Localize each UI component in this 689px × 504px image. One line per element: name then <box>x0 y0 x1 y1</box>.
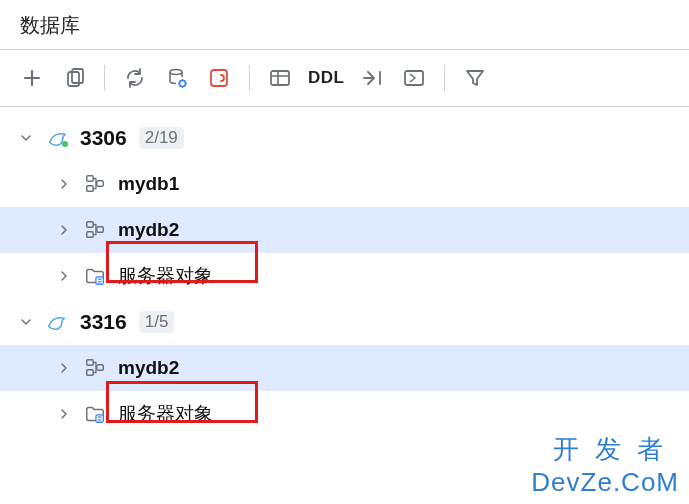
svg-point-11 <box>62 141 68 147</box>
schema-label: mydb2 <box>118 357 179 379</box>
watermark-line1: 开发者 <box>531 432 679 467</box>
folder-icon <box>82 403 108 425</box>
schema-node[interactable]: mydb2 <box>0 207 689 253</box>
refresh-button[interactable] <box>121 64 149 92</box>
schema-node[interactable]: mydb1 <box>0 161 689 207</box>
ddl-button[interactable]: DDL <box>308 68 344 88</box>
panel-title: 数据库 <box>0 0 689 49</box>
watermark: 开发者 DevZe.CoM <box>531 432 679 498</box>
connection-name: 3306 <box>80 126 127 150</box>
datasource-properties-button[interactable] <box>163 64 191 92</box>
schema-icon <box>82 173 108 195</box>
schema-count-badge: 2/19 <box>139 127 184 149</box>
toolbar: DDL <box>0 50 689 106</box>
chevron-right-icon[interactable] <box>56 176 72 192</box>
chevron-right-icon[interactable] <box>56 406 72 422</box>
folder-icon <box>82 265 108 287</box>
database-tool-window: 数据库 DDL 3306 2/19 mydb1 <box>0 0 689 437</box>
schema-node[interactable]: mydb2 <box>0 345 689 391</box>
toolbar-separator <box>249 65 250 91</box>
filter-button[interactable] <box>461 64 489 92</box>
connection-node[interactable]: 3316 1/5 <box>0 299 689 345</box>
database-tree[interactable]: 3306 2/19 mydb1 mydb2 服务器对象 3316 1/5 <box>0 107 689 437</box>
connection-node[interactable]: 3306 2/19 <box>0 115 689 161</box>
schema-count-badge: 1/5 <box>139 311 175 333</box>
jump-to-query-button[interactable] <box>358 64 386 92</box>
server-objects-label: 服务器对象 <box>118 263 213 289</box>
toolbar-separator <box>104 65 105 91</box>
schema-label: mydb1 <box>118 173 179 195</box>
mysql-icon <box>44 311 70 333</box>
watermark-line2: DevZe.CoM <box>531 467 679 498</box>
chevron-down-icon[interactable] <box>18 314 34 330</box>
table-view-button[interactable] <box>266 64 294 92</box>
mysql-icon <box>44 127 70 149</box>
schema-icon <box>82 357 108 379</box>
query-console-button[interactable] <box>400 64 428 92</box>
disconnect-button[interactable] <box>205 64 233 92</box>
toolbar-separator <box>444 65 445 91</box>
chevron-right-icon[interactable] <box>56 268 72 284</box>
server-objects-node[interactable]: 服务器对象 <box>0 391 689 437</box>
connection-name: 3316 <box>80 310 127 334</box>
server-objects-node[interactable]: 服务器对象 <box>0 253 689 299</box>
new-button[interactable] <box>18 64 46 92</box>
duplicate-button[interactable] <box>60 64 88 92</box>
chevron-right-icon[interactable] <box>56 222 72 238</box>
schema-label: mydb2 <box>118 219 179 241</box>
schema-icon <box>82 219 108 241</box>
chevron-right-icon[interactable] <box>56 360 72 376</box>
chevron-down-icon[interactable] <box>18 130 34 146</box>
server-objects-label: 服务器对象 <box>118 401 213 427</box>
